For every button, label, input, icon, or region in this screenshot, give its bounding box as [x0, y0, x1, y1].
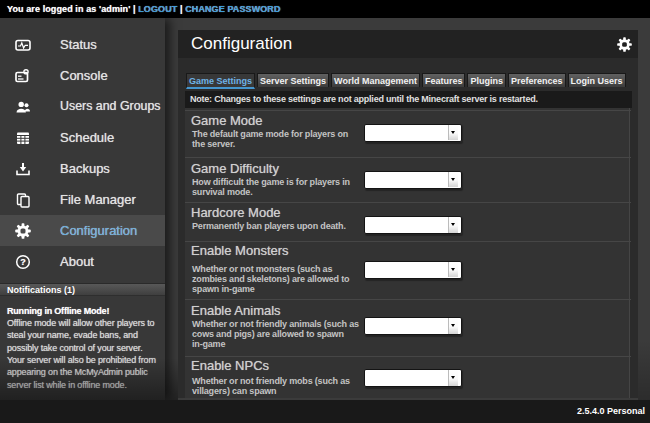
svg-text:?: ? [20, 257, 26, 267]
